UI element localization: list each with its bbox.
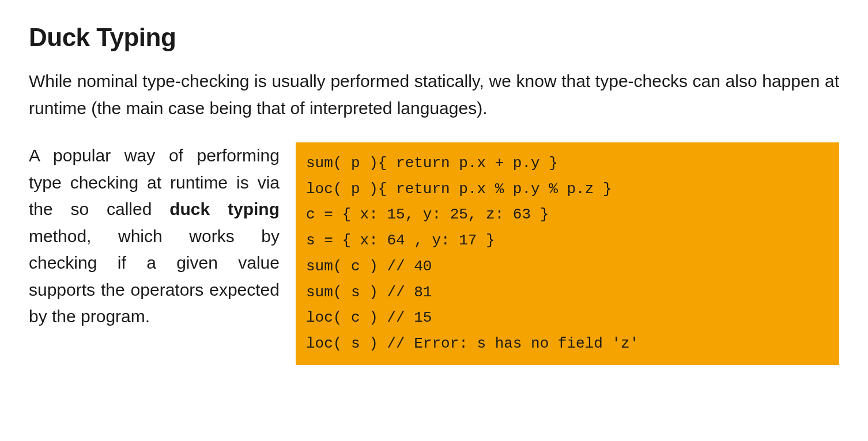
page-heading: Duck Typing — [29, 23, 839, 52]
code-line: sum( p ){ return p.x + p.y } — [306, 154, 558, 172]
body-text-post: method, which works by checking if a giv… — [29, 227, 280, 326]
code-line: loc( c ) // 15 — [306, 309, 432, 326]
code-block: sum( p ){ return p.x + p.y } loc( p ){ r… — [296, 142, 839, 365]
two-column-layout: A popular way of performing type checkin… — [29, 142, 839, 365]
code-line: s = { x: 64 , y: 17 } — [306, 232, 495, 249]
body-paragraph: A popular way of performing type checkin… — [29, 142, 280, 330]
intro-paragraph: While nominal type-checking is usually p… — [29, 68, 839, 122]
code-line: sum( s ) // 81 — [306, 284, 432, 301]
body-text-bold: duck typing — [169, 199, 280, 218]
code-line: sum( c ) // 40 — [306, 258, 432, 275]
code-line: c = { x: 15, y: 25, z: 63 } — [306, 206, 549, 223]
code-line: loc( s ) // Error: s has no field 'z' — [306, 335, 639, 352]
code-line: loc( p ){ return p.x % p.y % p.z } — [306, 180, 612, 198]
